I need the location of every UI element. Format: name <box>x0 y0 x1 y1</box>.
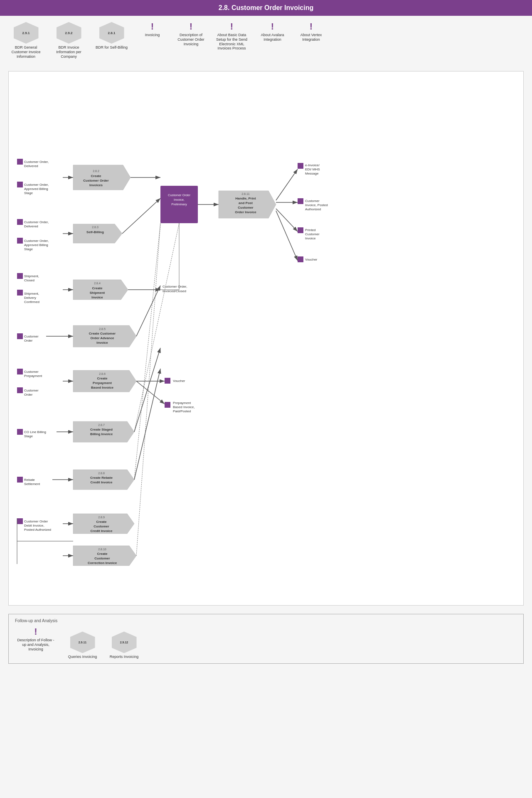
svg-text:Customer: Customer <box>24 389 39 392</box>
svg-text:Customer: Customer <box>94 557 110 560</box>
ref-2912[interactable]: 2.9.12 Reports Invoicing <box>106 631 142 659</box>
svg-text:Customer: Customer <box>305 232 320 236</box>
svg-text:e-Invoice/: e-Invoice/ <box>305 163 320 167</box>
svg-text:2.8.7: 2.8.7 <box>98 424 105 426</box>
ref-vertex[interactable]: ! About Vertex Integration <box>296 22 327 42</box>
svg-text:2.8.10: 2.8.10 <box>98 548 106 551</box>
svg-text:Invoices: Invoices <box>89 183 103 187</box>
svg-text:Approved Billing: Approved Billing <box>24 243 48 247</box>
ref-invoicing-label: Invoicing <box>145 33 160 37</box>
svg-text:Order Invoice: Order Invoice <box>235 210 256 214</box>
svg-text:Rebate: Rebate <box>24 478 35 482</box>
followup-refs: 2.9.11 Queries Invoicing 2.9.12 Reports … <box>65 631 142 659</box>
svg-line-41 <box>136 286 160 336</box>
svg-text:Customer: Customer <box>24 335 39 338</box>
svg-line-107 <box>276 211 298 261</box>
svg-text:Debit Invoice,: Debit Invoice, <box>24 524 44 527</box>
svg-text:Confirmed: Confirmed <box>24 300 39 304</box>
svg-text:Invoice,: Invoice, <box>174 198 185 202</box>
svg-line-110 <box>136 223 160 556</box>
io-voucher <box>298 256 303 262</box>
svg-text:Settlement: Settlement <box>24 482 40 486</box>
io-co-prepayment <box>17 387 23 393</box>
svg-text:2.8.9: 2.8.9 <box>98 516 105 519</box>
svg-text:Stage: Stage <box>24 191 33 195</box>
svg-text:Prepayment: Prepayment <box>24 374 42 378</box>
ref-281[interactable]: 2.8.1 BDR for Self-Billing <box>94 22 129 50</box>
svg-text:2.8.3: 2.8.3 <box>92 226 99 229</box>
svg-text:2.8.2: 2.8.2 <box>93 170 99 172</box>
ref-co-invoicing[interactable]: ! Description of Customer Order Invoicin… <box>175 22 207 46</box>
ref-basic-data[interactable]: ! About Basic Data Setup for the Send El… <box>214 22 249 51</box>
svg-text:Customer Order,: Customer Order, <box>163 285 187 288</box>
ref-invoicing[interactable]: ! Invoicing <box>137 22 168 37</box>
svg-text:Approved Billing: Approved Billing <box>24 187 48 191</box>
svg-text:Based Invoice,: Based Invoice, <box>173 405 195 409</box>
ref-2912-label: Reports Invoicing <box>110 655 139 659</box>
svg-text:CO Line Billing: CO Line Billing <box>24 430 46 434</box>
svg-text:Create: Create <box>97 377 108 380</box>
ref-291[interactable]: 2.9.1 BDR General Customer Invoice Infor… <box>8 22 44 59</box>
svg-text:EDI/ MHS: EDI/ MHS <box>305 167 320 171</box>
svg-line-70 <box>134 369 160 480</box>
hexagon-281: 2.8.1 <box>99 22 124 44</box>
svg-text:Posted Authorized: Posted Authorized <box>24 528 51 532</box>
svg-line-20 <box>122 198 160 234</box>
svg-text:Invoice: Invoice <box>91 296 103 299</box>
ref-2911-label: Queries Invoicing <box>68 655 97 659</box>
svg-line-111 <box>134 223 179 432</box>
svg-text:Create Customer: Create Customer <box>89 332 116 335</box>
exclamation-icon-4: ! <box>271 22 274 31</box>
io-co-debit <box>17 518 23 524</box>
io-rebate-settlement <box>17 477 23 483</box>
svg-text:Shipment: Shipment <box>90 291 105 295</box>
svg-text:Invoice: Invoice <box>96 341 108 345</box>
ref-281-label: BDR for Self-Billing <box>96 45 128 50</box>
svg-text:Self-Billing: Self-Billing <box>86 230 104 234</box>
svg-text:Customer Order,: Customer Order, <box>24 239 49 243</box>
hexagon-2911: 2.9.11 <box>70 631 95 653</box>
svg-text:Invoice, Posted: Invoice, Posted <box>305 203 328 207</box>
svg-text:Customer: Customer <box>24 370 39 374</box>
svg-text:Delivered: Delivered <box>24 224 38 228</box>
diagram-svg: Customer Order, Delivered Customer Order… <box>15 78 389 597</box>
ref-avalara-label: About Avalara Integration <box>257 33 288 42</box>
io-invoice-posted <box>298 198 303 204</box>
svg-text:Create Rebate: Create Rebate <box>90 476 113 480</box>
svg-text:Invoice: Invoice <box>305 236 316 240</box>
svg-text:Customer Order,: Customer Order, <box>24 220 49 224</box>
ref-291-label: BDR General Customer Invoice Information <box>8 45 44 59</box>
exclamation-icon-2: ! <box>190 22 192 31</box>
followup-content: ! Description of Follow - up and Analysi… <box>15 627 517 659</box>
svg-text:Create: Create <box>92 286 103 290</box>
svg-text:Handle, Print: Handle, Print <box>235 197 256 200</box>
io-co-delivered-1 <box>17 159 23 165</box>
svg-text:2.8.8: 2.8.8 <box>98 472 105 475</box>
ref-292[interactable]: 2.9.2 BDR Invoice Information per Compan… <box>51 22 86 59</box>
svg-text:Shipment,: Shipment, <box>24 292 39 296</box>
io-co-approved-1 <box>17 182 23 187</box>
svg-text:Credit Invoice: Credit Invoice <box>91 529 113 533</box>
svg-text:Delivered: Delivered <box>24 164 38 168</box>
svg-text:Based Invoice: Based Invoice <box>91 386 113 389</box>
ref-avalara[interactable]: ! About Avalara Integration <box>257 22 288 42</box>
io-co-approved-2 <box>17 238 23 244</box>
io-co-line-billing <box>17 429 23 435</box>
ref-2911[interactable]: 2.9.11 Queries Invoicing <box>65 631 100 659</box>
svg-text:Voucher: Voucher <box>305 258 318 261</box>
svg-text:Stage: Stage <box>24 434 33 438</box>
svg-text:Credit Invoice: Credit Invoice <box>91 480 113 484</box>
followup-description-ref[interactable]: ! Description of Follow - up and Analysi… <box>15 627 57 651</box>
hexagon-2912: 2.9.12 <box>112 631 137 653</box>
svg-text:Customer: Customer <box>305 199 320 203</box>
svg-text:Customer: Customer <box>238 206 253 209</box>
svg-line-63 <box>134 348 160 432</box>
top-references-row: 2.9.1 BDR General Customer Invoice Infor… <box>8 22 524 59</box>
ref-292-label: BDR Invoice Information per Company <box>51 45 86 59</box>
svg-line-95 <box>276 169 298 200</box>
svg-text:Customer Order: Customer Order <box>24 520 48 523</box>
hexagon-291: 2.9.1 <box>14 22 39 44</box>
io-voucher-286 <box>165 378 170 384</box>
svg-text:Create: Create <box>91 174 101 178</box>
exclamation-icon-1: ! <box>151 22 154 31</box>
